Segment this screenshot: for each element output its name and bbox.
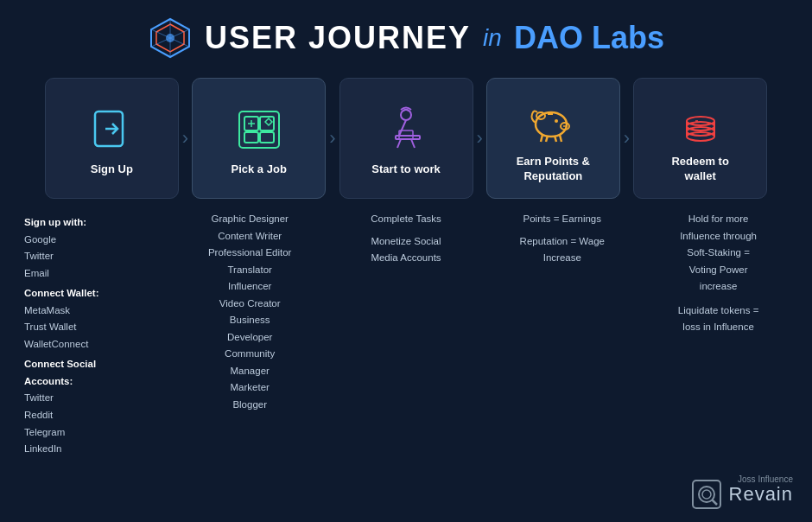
- job-professional-editor: Professional Editor: [181, 245, 320, 262]
- step-pick-job-label: Pick a Job: [232, 162, 287, 177]
- job-translator: Translator: [181, 262, 320, 279]
- svg-line-19: [411, 139, 415, 148]
- joss-influence-label: Joss Influence: [738, 474, 793, 484]
- step-redeem: Redeem towallet: [633, 78, 767, 199]
- header: USER JOURNEY in DAO Labs: [0, 0, 812, 69]
- sign-up-icon: [86, 104, 137, 156]
- social-linkedin: LinkedIn: [24, 441, 163, 458]
- signup-with-title: Sign up with:: [24, 214, 163, 232]
- details-row: Sign up with: Google Twitter Email Conne…: [0, 206, 812, 458]
- revain-logo-icon: [691, 479, 722, 510]
- arrow-1: ›: [179, 127, 192, 150]
- svg-line-27: [541, 135, 542, 142]
- job-graphic-designer: Graphic Designer: [181, 211, 320, 228]
- wallet-connect: WalletConnect: [24, 336, 163, 353]
- earn-reputation-eq: Reputation = WageIncrease: [492, 233, 631, 267]
- step-earn-points: Earn Points &Reputation: [486, 78, 620, 199]
- arrow-2: ›: [326, 127, 339, 150]
- earn-points-eq: Points = Earnings: [492, 211, 631, 228]
- wallet-trust: Trust Wallet: [24, 319, 163, 336]
- job-blogger: Blogger: [181, 397, 320, 414]
- revain-label: Revain: [729, 483, 793, 506]
- social-title: Connect SocialAccounts:: [24, 356, 163, 390]
- svg-point-44: [702, 490, 711, 499]
- signup-email: Email: [24, 265, 163, 283]
- social-reddit: Reddit: [24, 407, 163, 424]
- svg-point-15: [401, 110, 411, 120]
- job-details: Graphic Designer Content Writer Professi…: [172, 211, 328, 458]
- svg-point-5: [166, 34, 174, 42]
- signup-details: Sign up with: Google Twitter Email Conne…: [16, 211, 172, 458]
- start-work-icon: [380, 104, 432, 156]
- step-sign-up-label: Sign Up: [91, 162, 133, 177]
- pick-job-icon: [233, 104, 285, 156]
- step-start-work-label: Start to work: [371, 162, 440, 177]
- earn-points-icon: [527, 96, 579, 148]
- header-in-text: in: [483, 24, 502, 52]
- step-sign-up: Sign Up: [45, 78, 179, 199]
- step-start-work: Start to work: [339, 78, 473, 199]
- svg-line-30: [560, 135, 561, 142]
- svg-rect-12: [260, 132, 274, 143]
- work-complete-tasks: Complete Tasks: [337, 211, 476, 228]
- job-business-developer: BusinessDeveloper: [181, 312, 320, 346]
- job-video-creator: Video Creator: [181, 296, 320, 313]
- job-influencer: Influencer: [181, 278, 320, 296]
- arrow-3: ›: [473, 127, 486, 150]
- redeem-liquidate: Liquidate tokens =loss in Influence: [649, 302, 788, 336]
- svg-rect-11: [244, 132, 258, 143]
- svg-point-24: [563, 125, 565, 127]
- social-telegram: Telegram: [24, 424, 163, 442]
- job-community-manager: CommunityManager: [181, 346, 320, 379]
- work-monetize: Monetize SocialMedia Accounts: [337, 233, 476, 267]
- job-marketer: Marketer: [181, 379, 320, 397]
- step-earn-label: Earn Points &Reputation: [517, 155, 590, 184]
- step-pick-job: Pick a Job: [192, 78, 326, 199]
- redeem-icon: [675, 96, 726, 148]
- journey-steps-row: Sign Up › Pick a Job ›: [0, 69, 812, 206]
- signup-google: Google: [24, 232, 163, 249]
- job-content-writer: Content Writer: [181, 228, 320, 245]
- header-dao-text: DAO Labs: [514, 20, 664, 56]
- page-title: USER JOURNEY: [205, 20, 471, 56]
- arrow-4: ›: [620, 127, 633, 150]
- social-twitter: Twitter: [24, 390, 163, 407]
- svg-point-22: [555, 119, 558, 123]
- step-redeem-label: Redeem towallet: [671, 155, 728, 184]
- svg-point-25: [565, 125, 567, 127]
- redeem-details: Hold for moreInfluence throughSoft-Staki…: [640, 211, 796, 458]
- connect-wallet-title: Connect Wallet:: [24, 285, 163, 302]
- dao-labs-logo-icon: [148, 16, 193, 60]
- svg-line-18: [397, 139, 401, 148]
- work-details: Complete Tasks Monetize SocialMedia Acco…: [328, 211, 485, 458]
- svg-line-45: [712, 500, 717, 505]
- wallet-metamask: MetaMask: [24, 302, 163, 320]
- signup-twitter: Twitter: [24, 248, 163, 265]
- earn-details: Points = Earnings Reputation = WageIncre…: [484, 211, 640, 458]
- redeem-hold: Hold for moreInfluence throughSoft-Staki…: [649, 211, 788, 296]
